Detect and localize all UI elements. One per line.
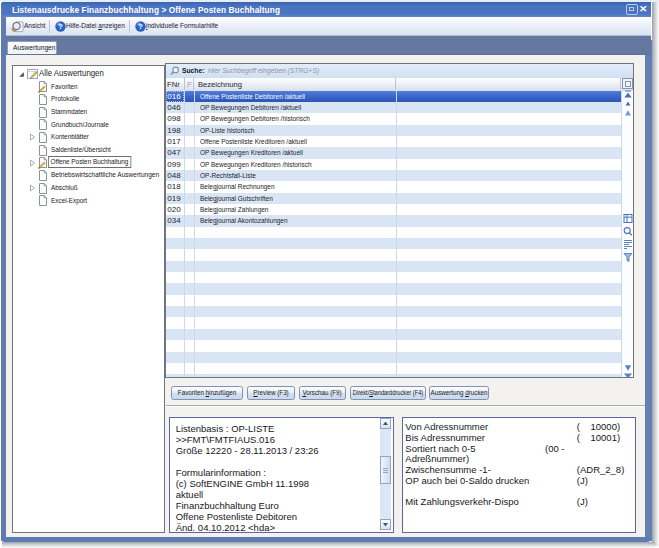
svg-text:?: ? bbox=[138, 22, 143, 31]
svg-text:?: ? bbox=[58, 22, 63, 31]
